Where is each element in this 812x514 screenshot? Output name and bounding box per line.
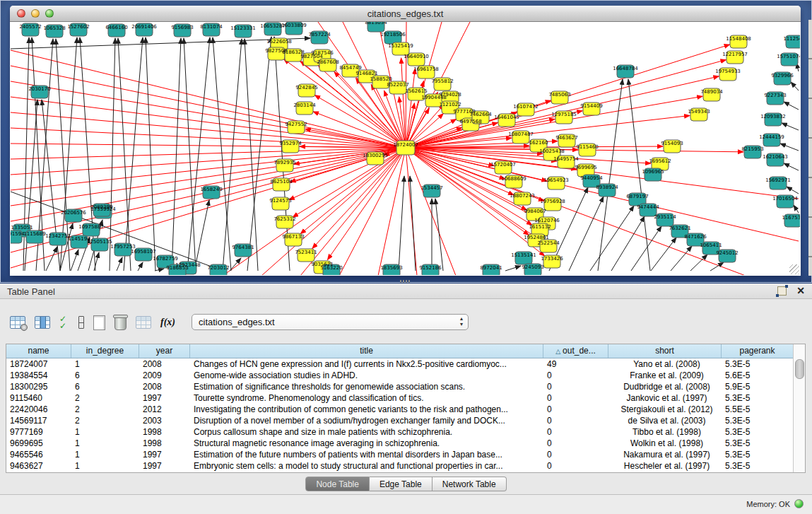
- table-cell[interactable]: 2012: [139, 404, 190, 415]
- table-row[interactable]: 946554611997Estimation of the future num…: [6, 449, 805, 460]
- citation-edge[interactable]: [138, 262, 143, 271]
- citation-edge[interactable]: [782, 123, 799, 130]
- float-panel-icon[interactable]: [777, 286, 787, 296]
- table-cell[interactable]: Jankovic et al. (1997): [608, 392, 722, 404]
- show-columns-icon[interactable]: [35, 316, 50, 329]
- table-cell[interactable]: 2: [71, 415, 139, 426]
- table-selector[interactable]: citations_edges.txt ▴▾: [192, 314, 469, 330]
- citation-edge[interactable]: [794, 205, 799, 213]
- table-cell[interactable]: Hescheler et al. (1997): [608, 460, 722, 472]
- table-cell[interactable]: 18300295: [6, 381, 71, 392]
- window-resize-grip[interactable]: [789, 264, 799, 274]
- table-row[interactable]: 946362711997Embryonic stem cells: a mode…: [6, 460, 805, 472]
- table-cell[interactable]: Tourette syndrome. Phenomenology and cla…: [190, 392, 543, 404]
- table-row[interactable]: 911546021997Tourette syndrome. Phenomeno…: [6, 392, 805, 404]
- table-row[interactable]: 969969511998Structural magnetic resonanc…: [6, 438, 805, 449]
- citation-edge[interactable]: [399, 176, 404, 271]
- table-cell[interactable]: Investigating the contribution of common…: [190, 404, 543, 415]
- table-cell[interactable]: 0: [543, 404, 608, 415]
- table-cell[interactable]: 9463627: [6, 460, 71, 472]
- table-cell[interactable]: Corpus callosum shape and size in male p…: [190, 426, 543, 438]
- table-cell[interactable]: Structural magnetic resonance image aver…: [190, 438, 543, 449]
- citation-edge[interactable]: [631, 226, 661, 271]
- citation-edge[interactable]: [11, 148, 406, 268]
- citation-edge[interactable]: [339, 148, 406, 275]
- table-cell[interactable]: 14569117: [6, 415, 71, 426]
- citation-edge[interactable]: [611, 216, 645, 271]
- table-cell[interactable]: 5.3E-5: [722, 392, 794, 404]
- table-cell[interactable]: 2: [71, 392, 139, 404]
- table-vertical-scrollbar[interactable]: [793, 344, 805, 472]
- memory-status-icon[interactable]: [794, 499, 804, 508]
- citation-edge[interactable]: [505, 266, 521, 271]
- network-canvas-svg[interactable]: 2405572106532815276026466160206914069156…: [11, 22, 800, 275]
- table-cell[interactable]: 1: [71, 449, 139, 460]
- table-row[interactable]: 1830029562008Estimation of significance …: [6, 381, 805, 392]
- table-cell[interactable]: 5.3E-5: [722, 426, 794, 438]
- table-cell[interactable]: 9115460: [6, 392, 71, 404]
- citation-edge[interactable]: [71, 250, 78, 271]
- network-window-titlebar[interactable]: citations_edges.txt: [10, 6, 801, 22]
- table-cell[interactable]: 1997: [139, 449, 190, 460]
- row-height-icon[interactable]: [78, 316, 84, 329]
- table-cell[interactable]: 2009: [139, 370, 190, 381]
- citation-edge[interactable]: [401, 58, 406, 148]
- tab-network-table[interactable]: Network Table: [433, 477, 507, 491]
- citation-edge[interactable]: [117, 257, 122, 271]
- table-cell[interactable]: Embryonic stem cells: a model to study s…: [190, 460, 543, 472]
- table-row[interactable]: 977716911998Corpus callosum shape and si…: [6, 426, 805, 438]
- table-cell[interactable]: 2008: [139, 381, 190, 392]
- table-cell[interactable]: 1: [71, 358, 139, 370]
- table-cell[interactable]: 9465546: [6, 449, 71, 460]
- table-cell[interactable]: Estimation of significance thresholds fo…: [190, 381, 543, 392]
- citation-edge[interactable]: [784, 163, 799, 170]
- table-cell[interactable]: 0: [543, 392, 608, 404]
- citation-edge[interactable]: [651, 238, 676, 271]
- citation-edge[interactable]: [590, 206, 634, 271]
- citation-edge[interactable]: [784, 102, 799, 110]
- table-cell[interactable]: Tibbo et al. (1998): [608, 426, 722, 438]
- citation-edge[interactable]: [223, 39, 242, 271]
- table-cell[interactable]: 6: [71, 370, 139, 381]
- network-window[interactable]: citations_edges.txt 24055721065328152760…: [10, 6, 801, 276]
- citation-edge[interactable]: [290, 148, 406, 182]
- citation-edge[interactable]: [124, 37, 143, 271]
- table-cell[interactable]: 5.5E-5: [722, 404, 794, 415]
- function-builder-icon[interactable]: f(x): [160, 317, 175, 328]
- table-row[interactable]: 1938455462009Genome-wide association stu…: [6, 370, 805, 381]
- citation-edge[interactable]: [46, 247, 57, 271]
- table-cell[interactable]: 1997: [139, 392, 190, 404]
- table-cell[interactable]: Dudbridge et al. (2008): [608, 381, 722, 392]
- table-cell[interactable]: 0: [543, 426, 608, 438]
- citation-edge[interactable]: [194, 200, 209, 271]
- table-cell[interactable]: 5.3E-5: [722, 438, 794, 449]
- network-canvas[interactable]: 2405572106532815276026466160206914069156…: [11, 22, 800, 275]
- table-cell[interactable]: 5.6E-5: [722, 370, 794, 381]
- table-cell[interactable]: Stergiakouli et al. (2012): [608, 404, 722, 415]
- table-cell[interactable]: 0: [543, 460, 608, 472]
- column-header-year[interactable]: year: [139, 344, 190, 358]
- table-cell[interactable]: 1: [71, 438, 139, 449]
- table-cell[interactable]: 0: [543, 449, 608, 460]
- node-table[interactable]: namein_degreeyeartitle△out_de...shortpag…: [6, 344, 806, 473]
- table-cell[interactable]: 0: [543, 438, 608, 449]
- table-cell[interactable]: Disruption of a novel member of a sodium…: [190, 415, 543, 426]
- table-cell[interactable]: 1: [71, 426, 139, 438]
- citation-edge[interactable]: [213, 37, 231, 271]
- table-cell[interactable]: 5.9E-5: [722, 381, 794, 392]
- citation-edge[interactable]: [780, 144, 799, 151]
- table-cell[interactable]: 5.3E-5: [722, 415, 794, 426]
- citation-edge[interactable]: [569, 197, 604, 271]
- table-cell[interactable]: 2: [71, 404, 139, 415]
- table-cell[interactable]: Nakamura et al. (1997): [608, 449, 722, 460]
- table-cell[interactable]: 1997: [139, 460, 190, 472]
- scrollbar-thumb[interactable]: [795, 359, 804, 379]
- citation-edge[interactable]: [11, 112, 406, 148]
- table-cell[interactable]: Yano et al. (2008): [608, 358, 722, 370]
- table-cell[interactable]: 5.3E-5: [722, 460, 794, 472]
- table-cell[interactable]: 22420046: [6, 404, 71, 415]
- table-cell[interactable]: 6: [71, 381, 139, 392]
- table-cell[interactable]: 1: [71, 460, 139, 472]
- citation-edge[interactable]: [787, 187, 799, 194]
- citation-edge[interactable]: [435, 199, 443, 271]
